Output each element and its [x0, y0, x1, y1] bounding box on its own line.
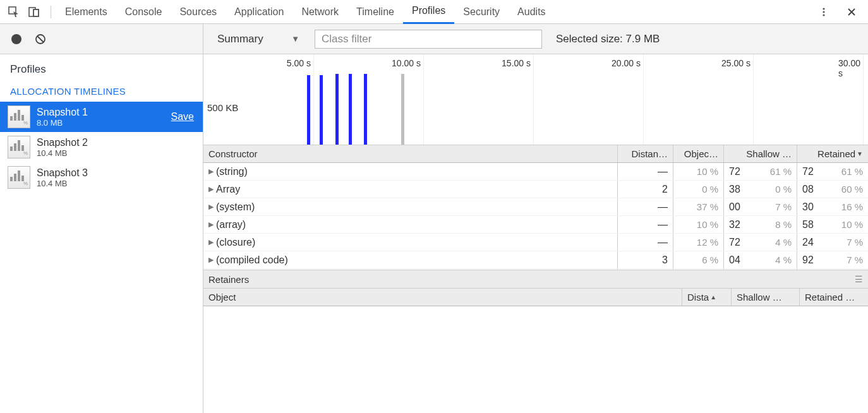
header-objects[interactable]: Objec…	[673, 145, 724, 162]
snapshot-icon: %	[8, 166, 30, 189]
constructor-row[interactable]: ▶Array 2 0 % 380 % 0860 %	[203, 181, 868, 198]
header-shallow[interactable]: Shallow …	[724, 145, 797, 162]
distance-cell: —	[618, 163, 673, 180]
objects-cell: 37 %	[673, 198, 724, 215]
panel-tabs: ElementsConsoleSourcesApplicationNetwork…	[56, 0, 555, 24]
objects-cell: 10 %	[673, 163, 724, 180]
constructor-row[interactable]: ▶(system) — 37 % 007 % 3016 %	[203, 198, 868, 216]
snapshot-icon: %	[8, 136, 30, 159]
allocation-bar	[349, 74, 352, 145]
allocation-bar	[335, 74, 339, 145]
retainer-header-distance[interactable]: Dista▲	[682, 289, 732, 306]
snapshot-item[interactable]: % Snapshot 3 10.4 MB	[0, 162, 203, 193]
retained-cell: 3016 %	[797, 198, 868, 215]
sidebar-toolbar	[0, 24, 203, 54]
shallow-cell: 007 %	[724, 198, 797, 215]
snapshot-title: Snapshot 3	[37, 167, 195, 179]
svg-point-5	[823, 11, 824, 13]
objects-cell: 10 %	[673, 216, 724, 233]
retainer-header-object[interactable]: Object	[203, 289, 682, 306]
snapshot-save-link[interactable]: Save	[171, 111, 195, 123]
disclosure-triangle-icon[interactable]: ▶	[208, 167, 214, 176]
allocation-bar	[364, 74, 367, 145]
constructor-name: (string)	[216, 166, 248, 177]
tab-network[interactable]: Network	[292, 0, 347, 24]
shallow-cell: 328 %	[724, 216, 797, 233]
distance-cell: —	[618, 216, 673, 233]
constructor-name: (closure)	[216, 237, 255, 248]
retained-cell: 0860 %	[797, 181, 868, 198]
constructor-row[interactable]: ▶(closure) — 12 % 724 % 247 %	[203, 234, 868, 251]
tab-audits[interactable]: Audits	[509, 0, 554, 24]
snapshot-size: 8.0 MB	[37, 118, 171, 128]
objects-cell: 12 %	[673, 234, 724, 251]
separator	[51, 6, 51, 18]
tab-sources[interactable]: Sources	[171, 0, 226, 24]
class-filter-input[interactable]	[315, 30, 542, 49]
hamburger-icon[interactable]: ☰	[855, 274, 863, 284]
timeline-y-label: 500 KB	[207, 102, 238, 113]
shallow-cell: 044 %	[724, 251, 797, 268]
distance-cell: —	[618, 198, 673, 215]
inspect-icon[interactable]	[5, 3, 23, 21]
clear-button[interactable]	[32, 30, 49, 48]
disclosure-triangle-icon[interactable]: ▶	[208, 256, 214, 264]
distance-cell: 3	[618, 251, 673, 268]
record-button[interactable]	[8, 30, 25, 48]
device-mode-icon[interactable]	[25, 3, 43, 21]
snapshot-title: Snapshot 2	[37, 137, 195, 148]
timeline-tick: 25.00 s	[721, 58, 753, 68]
chevron-down-icon: ▼	[291, 34, 299, 44]
timeline-tick: 5.00 s	[287, 58, 313, 68]
header-distance[interactable]: Distan…	[618, 145, 673, 162]
constructor-name: (compiled code)	[216, 254, 288, 266]
allocation-timeline[interactable]: 500 KB 5.00 s10.00 s15.00 s20.00 s25.00 …	[203, 54, 868, 145]
timeline-tick: 15.00 s	[502, 58, 533, 68]
disclosure-triangle-icon[interactable]: ▶	[208, 238, 214, 246]
close-icon[interactable]	[843, 3, 860, 21]
allocation-timelines-label: ALLOCATION TIMELINES	[0, 83, 203, 102]
devtools-toolbar: ElementsConsoleSourcesApplicationNetwork…	[0, 0, 868, 24]
profiles-heading: Profiles	[0, 54, 203, 83]
retainer-header-retained[interactable]: Retained …	[800, 289, 868, 306]
header-retained[interactable]: Retained ▼	[797, 145, 868, 162]
profiles-main: Summary ▼ Selected size: 7.9 MB 500 KB 5…	[203, 24, 868, 413]
shallow-cell: 724 %	[724, 234, 797, 251]
view-dropdown-label: Summary	[217, 33, 263, 45]
tab-profiles[interactable]: Profiles	[403, 0, 454, 24]
tab-timeline[interactable]: Timeline	[347, 0, 403, 24]
snapshot-item[interactable]: % Snapshot 1 8.0 MB Save	[0, 102, 203, 132]
retained-cell: 7261 %	[797, 163, 868, 180]
snapshot-title: Snapshot 1	[37, 107, 171, 118]
timeline-tick: 30.00 s	[838, 58, 863, 78]
tab-security[interactable]: Security	[454, 0, 509, 24]
constructor-row[interactable]: ▶(string) — 10 % 7261 % 7261 %	[203, 163, 868, 181]
retained-cell: 5810 %	[797, 216, 868, 233]
summary-controls: Summary ▼ Selected size: 7.9 MB	[203, 24, 868, 54]
snapshot-item[interactable]: % Snapshot 2 10.4 MB	[0, 132, 203, 162]
constructor-name: (system)	[216, 201, 255, 213]
allocation-bar	[401, 74, 404, 145]
retainer-header-shallow[interactable]: Shallow …	[732, 289, 800, 306]
tab-console[interactable]: Console	[116, 0, 171, 24]
tab-elements[interactable]: Elements	[56, 0, 116, 24]
retainers-grid-body[interactable]	[203, 306, 868, 413]
tab-application[interactable]: Application	[226, 0, 292, 24]
constructor-grid-body[interactable]: ▶(string) — 10 % 7261 % 7261 % ▶Array 2 …	[203, 163, 868, 270]
retained-cell: 247 %	[797, 234, 868, 251]
snapshot-size: 10.4 MB	[37, 148, 195, 158]
constructor-row[interactable]: ▶(array) — 10 % 328 % 5810 %	[203, 216, 868, 234]
objects-cell: 6 %	[673, 251, 724, 268]
view-dropdown[interactable]: Summary ▼	[211, 30, 306, 48]
disclosure-triangle-icon[interactable]: ▶	[208, 203, 214, 211]
header-constructor[interactable]: Constructor	[203, 145, 618, 162]
timeline-tick: 20.00 s	[612, 58, 643, 68]
constructor-row[interactable]: ▶(compiled code) 3 6 % 044 % 927 %	[203, 251, 868, 269]
distance-cell: 2	[618, 181, 673, 198]
shallow-cell: 7261 %	[724, 163, 797, 180]
timeline-tick: 10.00 s	[392, 58, 423, 68]
kebab-menu-icon[interactable]	[815, 3, 833, 21]
disclosure-triangle-icon[interactable]: ▶	[208, 220, 214, 229]
disclosure-triangle-icon[interactable]: ▶	[208, 185, 214, 193]
retained-cell: 927 %	[797, 251, 868, 268]
